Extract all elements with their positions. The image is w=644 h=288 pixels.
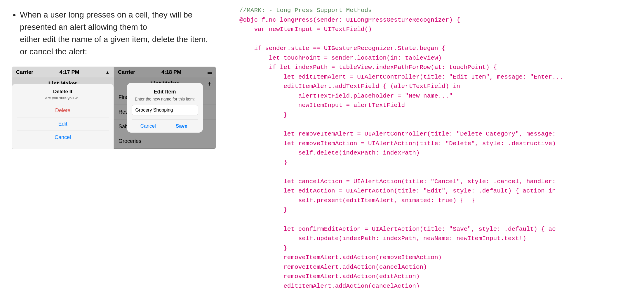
action-sheet-message: Are you sure you w... (17, 96, 109, 100)
edit-button[interactable]: Edit (17, 117, 109, 131)
edit-item-input[interactable] (132, 105, 198, 115)
edit-modal-message: Enter the new name for this item: (132, 97, 198, 101)
code-block: //MARK: - Long Press Support Methods @ob… (239, 6, 632, 288)
iphone-screen-1: Carrier 4:17 PM ▲ List Maker Find Mulder… (12, 67, 114, 149)
action-sheet-title: Delete It (17, 89, 109, 95)
edit-modal-title: Edit Item (132, 89, 198, 95)
modal-cancel-button[interactable]: Cancel (132, 120, 165, 133)
action-sheet-overlay: Delete It Are you sure you w... Delete E… (12, 67, 114, 149)
edit-modal-buttons: Cancel Save (132, 119, 198, 133)
simulator-container: Carrier 4:17 PM ▲ List Maker Find Mulder… (12, 67, 216, 149)
left-panel: When a user long presses on a cell, they… (0, 0, 228, 288)
edit-modal: Edit Item Enter the new name for this it… (127, 83, 203, 133)
bullet-line2: either edit the name of a given item, de… (20, 35, 208, 56)
description-text: When a user long presses on a cell, they… (12, 9, 216, 58)
modal-save-button[interactable]: Save (165, 120, 198, 133)
iphone-screen-2: Carrier 4:18 PM ▬ List Maker + Find Muld… (114, 67, 216, 149)
action-sheet: Delete It Are you sure you w... Delete E… (12, 84, 114, 149)
delete-button[interactable]: Delete (17, 104, 109, 117)
cancel-button[interactable]: Cancel (17, 131, 109, 144)
code-comment: //MARK: - Long Press Support Methods (239, 7, 372, 14)
edit-modal-overlay: Edit Item Enter the new name for this it… (114, 67, 216, 149)
bullet-line1: When a user long presses on a cell, they… (20, 10, 192, 32)
right-panel: //MARK: - Long Press Support Methods @ob… (228, 0, 644, 288)
